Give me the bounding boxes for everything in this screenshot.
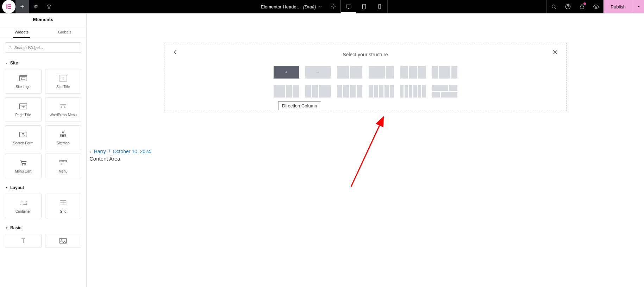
svg-rect-3	[8, 8, 11, 9]
menu-cart-icon	[19, 159, 28, 167]
structure-option-6col[interactable]	[400, 85, 426, 98]
svg-point-13	[552, 5, 555, 8]
document-title[interactable]: Elementor Heade… (Draft)	[256, 4, 326, 10]
container-icon	[19, 199, 28, 207]
structure-option-3col-left[interactable]	[274, 85, 299, 98]
help-button[interactable]	[561, 0, 575, 13]
structure-option-2col[interactable]	[337, 66, 362, 79]
svg-point-10	[364, 8, 364, 8]
elements-panel: Elements Widgets Globals Site	[0, 13, 87, 287]
svg-rect-30	[63, 160, 67, 162]
settings-sliders-button[interactable]	[29, 0, 42, 13]
desktop-device-button[interactable]	[341, 0, 356, 13]
widget-basic-2[interactable]	[45, 234, 82, 248]
svg-point-16	[9, 46, 11, 48]
svg-rect-2	[8, 6, 11, 7]
search-wrapper	[0, 38, 86, 56]
elementor-logo[interactable]	[2, 0, 15, 13]
chevron-left-icon: ‹	[89, 149, 91, 154]
svg-point-6	[35, 7, 36, 8]
post-date-link[interactable]: October 10, 2024	[113, 149, 151, 154]
publish-options-button[interactable]	[633, 0, 644, 13]
page-title-icon	[19, 102, 28, 110]
structure-option-5col[interactable]	[369, 85, 394, 98]
arrow-down-icon	[284, 70, 288, 74]
svg-line-35	[351, 117, 383, 187]
svg-point-5	[36, 6, 37, 7]
svg-rect-8	[346, 5, 351, 8]
search-form-icon	[19, 131, 28, 138]
svg-point-4	[34, 5, 35, 6]
mobile-device-button[interactable]	[372, 0, 387, 13]
wordpress-menu-icon	[58, 102, 68, 110]
search-icon	[8, 45, 12, 50]
structure-option-2col-wide[interactable]	[369, 66, 394, 79]
widget-sitemap[interactable]: Sitemap	[45, 125, 82, 150]
section-layout: Layout Container Grid	[0, 180, 86, 220]
widget-site-logo[interactable]: Site Logo	[5, 69, 42, 94]
publish-label: Publish	[611, 4, 626, 10]
widget-container[interactable]: Container	[5, 194, 42, 218]
finder-search-button[interactable]	[547, 0, 561, 13]
content-area-label: Content Area	[89, 156, 151, 162]
structure-back-button[interactable]	[169, 46, 181, 60]
widget-menu[interactable]: Menu	[45, 154, 82, 178]
structure-option-4col[interactable]	[337, 85, 362, 98]
menu-icon	[58, 159, 68, 167]
responsive-devices	[340, 0, 388, 13]
chevron-down-icon	[318, 5, 323, 9]
section-basic-header[interactable]: Basic	[5, 223, 81, 234]
publish-button[interactable]: Publish	[604, 0, 633, 13]
heading-icon	[19, 237, 28, 245]
svg-rect-18	[21, 78, 25, 80]
section-site: Site Site Logo Site Title Page Title	[0, 56, 86, 180]
svg-rect-17	[19, 75, 27, 81]
editor-canvas[interactable]: ‹ Harry / October 10, 2024 Content Area …	[87, 13, 644, 287]
widget-search-form[interactable]: Search Form	[5, 125, 42, 150]
svg-rect-31	[20, 201, 26, 204]
main: Elements Widgets Globals Site	[0, 13, 644, 287]
widget-site-title[interactable]: Site Title	[45, 69, 82, 94]
section-basic: Basic	[0, 220, 86, 250]
structure-close-button[interactable]	[549, 46, 561, 60]
notification-dot-icon	[583, 2, 586, 5]
widget-basic-1[interactable]	[5, 234, 42, 248]
svg-point-7	[333, 6, 334, 7]
section-layout-header[interactable]: Layout	[5, 182, 81, 194]
svg-rect-21	[19, 132, 27, 137]
page-settings-button[interactable]	[327, 0, 340, 13]
widget-menu-cart[interactable]: Menu Cart	[5, 154, 42, 178]
annotation-arrow	[340, 99, 418, 190]
structure-option-complex[interactable]	[432, 85, 457, 98]
navigator-button[interactable]	[42, 0, 56, 13]
canvas-inner: Select your structure	[87, 13, 644, 141]
caret-down-icon	[5, 186, 8, 189]
widget-page-title[interactable]: Page Title	[5, 97, 42, 122]
search-box[interactable]	[5, 42, 81, 53]
structure-option-column[interactable]	[274, 66, 299, 79]
svg-rect-1	[8, 4, 11, 5]
search-input[interactable]	[14, 45, 78, 50]
post-author-link[interactable]: Harry	[94, 149, 106, 154]
structure-option-row[interactable]	[305, 66, 331, 79]
tab-widgets[interactable]: Widgets	[0, 26, 43, 38]
section-site-header[interactable]: Site	[5, 58, 81, 69]
preview-button[interactable]	[589, 0, 603, 13]
tablet-device-button[interactable]	[356, 0, 372, 13]
structure-option-3col[interactable]	[400, 66, 426, 79]
document-title-text: Elementor Heade…	[261, 4, 301, 10]
add-element-button[interactable]	[15, 0, 29, 13]
topbar-center: Elementor Heade… (Draft)	[256, 0, 387, 13]
widget-wordpress-menu[interactable]: WordPress Menu	[45, 97, 82, 122]
structure-option-3col-right[interactable]	[305, 85, 331, 98]
caret-down-icon	[5, 226, 8, 230]
notifications-button[interactable]	[575, 0, 589, 13]
topbar: Elementor Heade… (Draft)	[0, 0, 644, 13]
widget-grid[interactable]: Grid	[45, 194, 82, 218]
tab-globals[interactable]: Globals	[43, 26, 87, 38]
svg-rect-29	[60, 160, 63, 162]
topbar-right: Publish	[546, 0, 644, 13]
post-meta: ‹ Harry / October 10, 2024 Content Area	[89, 149, 151, 162]
structure-option-3col-mid[interactable]	[432, 66, 457, 79]
svg-rect-24	[60, 135, 61, 136]
